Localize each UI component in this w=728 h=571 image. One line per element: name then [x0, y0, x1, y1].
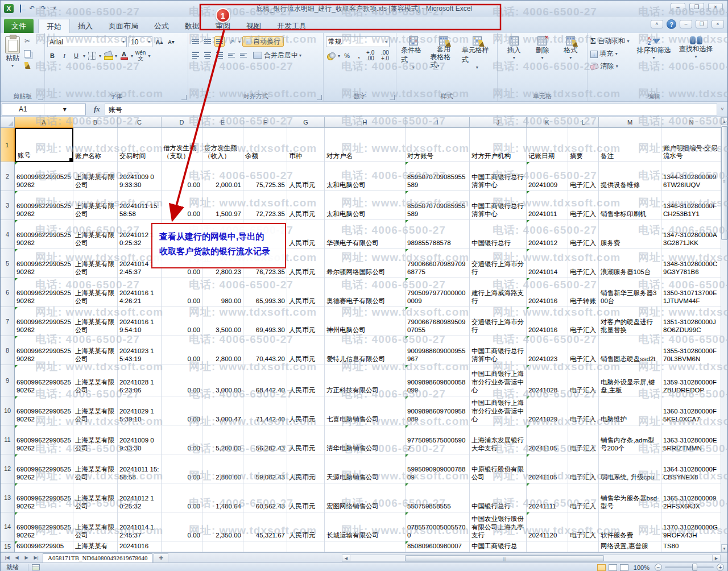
cell-J12[interactable]: 中原银行股份有限公司: [470, 454, 527, 483]
cell-L15[interactable]: [568, 541, 599, 552]
scroll-down-icon[interactable]: ▼: [721, 544, 727, 552]
cell-I5[interactable]: 790066607098970968775: [406, 249, 470, 278]
number-dialog-launcher-icon[interactable]: [390, 95, 395, 100]
cell-K1[interactable]: 记账日期: [527, 128, 568, 162]
tab-insert[interactable]: 插入: [70, 19, 101, 33]
name-box-dropdown-icon[interactable]: ▾: [44, 104, 86, 115]
cell-E15[interactable]: [202, 541, 243, 552]
macro-record-icon[interactable]: [32, 564, 40, 570]
cell-M5[interactable]: 浪潮服务器105台: [599, 249, 661, 278]
cell-L8[interactable]: 电子汇入: [568, 336, 599, 365]
cell-M15[interactable]: 网络设置,惠普服: [599, 541, 661, 552]
first-sheet-icon[interactable]: |◀: [3, 555, 11, 560]
cell-H1[interactable]: 对方户名: [325, 128, 406, 162]
cell-M1[interactable]: 备注: [599, 128, 661, 162]
cell-G1[interactable]: 币种: [287, 128, 325, 162]
orientation-dropdown-icon[interactable]: ▾: [238, 39, 241, 44]
align-center-button[interactable]: [202, 50, 213, 60]
horizontal-scroll-thumb[interactable]: [405, 555, 604, 561]
cell-K7[interactable]: 20241016: [527, 307, 568, 336]
cell-H13[interactable]: 宏图网络销售公司: [325, 483, 406, 512]
cell-J11[interactable]: 上海浦东发展银行大华支行: [470, 425, 527, 454]
cell-F1[interactable]: 余额: [243, 128, 287, 162]
cell-C6[interactable]: 20241016 14:26:21: [118, 278, 162, 307]
tab-home[interactable]: 开始: [38, 19, 70, 33]
cell-L7[interactable]: 电子汇入: [568, 307, 599, 336]
cell-L5[interactable]: 电子汇入: [568, 249, 599, 278]
cell-B14[interactable]: 上海某某有限公司: [73, 512, 118, 541]
row-header-6[interactable]: 6: [1, 278, 15, 307]
tab-formulas[interactable]: 公式: [146, 19, 177, 33]
column-header-B[interactable]: B: [73, 117, 118, 128]
cell-C7[interactable]: 20241016 19:54:10: [118, 307, 162, 336]
cell-E8[interactable]: 2,800.00: [202, 336, 243, 365]
grow-font-button[interactable]: A▴: [154, 37, 164, 47]
select-all-corner[interactable]: [1, 117, 15, 128]
cell-H2[interactable]: 太和电脑公司: [325, 162, 406, 191]
insert-worksheet-icon[interactable]: ✚: [154, 553, 168, 562]
cell-J14[interactable]: 中国农业银行股份有限公司上海九亭支行: [470, 512, 527, 541]
cell-K13[interactable]: 20241111: [527, 483, 568, 512]
cell-B5[interactable]: 上海某某有限公司: [73, 249, 118, 278]
zoom-in-icon[interactable]: +: [717, 564, 724, 571]
cell-K8[interactable]: 20241023: [527, 336, 568, 365]
cell-H7[interactable]: 神州电脑公司: [325, 307, 406, 336]
cell-D1[interactable]: 借方发生额（支取）: [162, 128, 202, 162]
cell-I4[interactable]: 989855788578: [406, 220, 470, 249]
cell-H14[interactable]: 长城运输有限公司: [325, 512, 406, 541]
cell-M9[interactable]: 电脑外设显示屏,键盘,主板: [599, 365, 661, 396]
cell-B1[interactable]: 账户名称: [73, 128, 118, 162]
cell-N13[interactable]: 1365-31028000092HFSX6KJX: [661, 483, 722, 512]
page-break-view-icon[interactable]: [620, 564, 628, 571]
cell-E6[interactable]: 980.00: [202, 278, 243, 307]
cell-N10[interactable]: 1360-310280000F5KEL0XCA7: [661, 396, 722, 425]
align-left-button[interactable]: [191, 50, 201, 60]
cell-G15[interactable]: [287, 541, 325, 552]
cell-M13[interactable]: 销售华为服务器bsd型号: [599, 483, 661, 512]
row-header-3[interactable]: 3: [1, 191, 15, 220]
cell-C2[interactable]: 20241009 09:33:30: [118, 162, 162, 191]
cell-C12[interactable]: 20241011 15:58:58: [118, 454, 162, 483]
cell-F2[interactable]: 75,725.35: [243, 162, 287, 191]
cell-C11[interactable]: 20241009 09:33:30: [118, 425, 162, 454]
cell-B10[interactable]: 上海某某有限公司: [73, 396, 118, 425]
cell-B6[interactable]: 上海某某有限公司: [73, 278, 118, 307]
conditional-formatting-button[interactable]: 条件格式 ▾: [399, 35, 428, 92]
column-header-D[interactable]: D: [162, 117, 202, 128]
column-header-M[interactable]: M: [599, 117, 661, 128]
cell-K9[interactable]: 20241028: [527, 365, 568, 396]
increase-indent-button[interactable]: [238, 50, 249, 60]
cell-A6[interactable]: 69009962299052590262: [15, 278, 73, 307]
row-header-2[interactable]: 2: [1, 162, 15, 191]
column-header-K[interactable]: K: [527, 117, 568, 128]
cell-A12[interactable]: 69009962299052590262: [15, 454, 73, 483]
cell-B13[interactable]: 上海某某有限公司: [73, 483, 118, 512]
cell-B9[interactable]: 上海某某有限公司: [73, 365, 118, 396]
cell-K6[interactable]: 20241016: [527, 278, 568, 307]
cell-B4[interactable]: 上海某某有限公司: [73, 220, 118, 249]
cell-J3[interactable]: 中国工商银行总行清算中心: [470, 191, 527, 220]
zoom-out-icon[interactable]: −: [655, 564, 662, 571]
cell-C10[interactable]: 20241029 15:39:10: [118, 396, 162, 425]
cell-K11[interactable]: 20241105: [527, 425, 568, 454]
font-dialog-launcher-icon[interactable]: [181, 95, 187, 100]
cell-J8[interactable]: 中国工商银行总行清算中心: [470, 336, 527, 365]
cell-D8[interactable]: 0.00: [162, 336, 202, 365]
cell-F3[interactable]: 72,723.35: [243, 191, 287, 220]
cell-E3[interactable]: 1,500.97: [202, 191, 243, 220]
align-right-button[interactable]: [214, 50, 225, 60]
cell-F7[interactable]: 69,493.30: [243, 307, 287, 336]
orientation-button[interactable]: ⇗: [226, 36, 237, 47]
cell-C1[interactable]: 交易时间: [118, 128, 162, 162]
cell-L13[interactable]: 电子汇入: [568, 483, 599, 512]
cell-M10[interactable]: 电脑维护: [599, 396, 661, 425]
cell-J9[interactable]: 中国工商银行上海市分行业务营运中心: [470, 365, 527, 396]
autosum-button[interactable]: Σ 自动求和 ▾: [590, 36, 630, 47]
cell-M4[interactable]: 服务费: [599, 220, 661, 249]
tab-view[interactable]: 视图: [238, 19, 269, 33]
cell-G11[interactable]: 人民币元: [287, 425, 325, 454]
cell-D14[interactable]: 0.00: [162, 512, 202, 541]
cell-A4[interactable]: 69009962299052590262: [15, 220, 73, 249]
cell-D13[interactable]: 0.00: [162, 483, 202, 512]
row-header-12[interactable]: 12: [1, 454, 15, 483]
